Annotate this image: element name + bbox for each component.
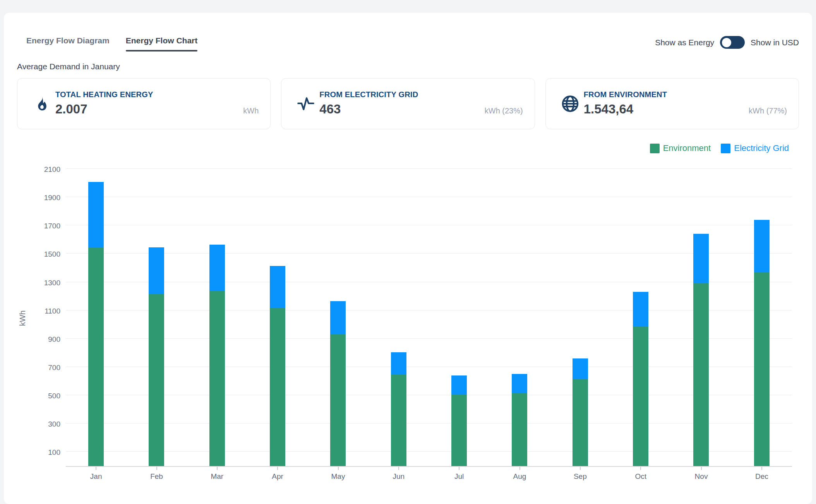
bar-segment-electricity-grid (633, 292, 648, 327)
x-axis-label-jul: Jul (454, 472, 464, 481)
bar-segment-electricity-grid (209, 245, 225, 291)
card-value: 463 (319, 102, 341, 117)
y-tick-label-300: 300 (17, 420, 60, 429)
y-axis-tick-labels: 100300500700900110013001500170019002100 (17, 170, 60, 467)
bar-segment-electricity-grid (270, 266, 285, 309)
tab-energy-flow-chart[interactable]: Energy Flow Chart (126, 36, 198, 51)
tab-energy-flow-diagram[interactable]: Energy Flow Diagram (26, 36, 110, 51)
plot-area: JanFebMarAprMayJunJulAugSepOctNovDec (66, 170, 792, 467)
energy-usd-toggle[interactable] (720, 36, 745, 49)
card-from-environment: FROM ENVIRONMENT 1.543,64 kWh (77%) (545, 78, 799, 129)
toggle-label-energy: Show as Energy (655, 38, 714, 47)
y-tick-label-1100: 1100 (17, 307, 60, 315)
bar-slot-dec (732, 170, 792, 466)
activity-icon (296, 93, 315, 115)
x-tick-may (338, 467, 339, 470)
bar-segment-electricity-grid (693, 234, 709, 283)
toggle-knob (722, 38, 731, 47)
bar-slot-nov (671, 170, 731, 466)
x-axis-label-oct: Oct (635, 472, 646, 481)
bar-slot-may (308, 170, 368, 466)
bar-segment-environment (633, 327, 648, 466)
y-tick-label-100: 100 (17, 448, 60, 457)
y-tick-label-2100: 2100 (17, 165, 60, 174)
legend-item-electricity-grid[interactable]: Electricity Grid (721, 143, 789, 153)
x-axis-label-feb: Feb (150, 472, 163, 481)
x-tick-jun (398, 467, 399, 470)
y-tick-label-1700: 1700 (17, 222, 60, 230)
card-from-electricity-grid: FROM ELECTRICITY GRID 463 kWh (23%) (281, 78, 535, 129)
x-tick-aug (519, 467, 520, 470)
stat-cards: TOTAL HEATING ENERGY 2.007 kWh FROM ELEC… (17, 78, 799, 129)
chart-legend: EnvironmentElectricity Grid (650, 143, 789, 153)
x-axis-label-aug: Aug (513, 472, 526, 481)
bar-segment-environment (754, 272, 770, 466)
gridline-2100 (66, 168, 792, 169)
bar-segment-environment (451, 394, 467, 466)
bar-segment-environment (512, 393, 527, 466)
bar-segment-electricity-grid (88, 182, 104, 247)
x-tick-apr (277, 467, 278, 470)
bar-slot-oct (610, 170, 671, 466)
x-axis-label-jun: Jun (393, 472, 405, 481)
card-value: 2.007 (55, 102, 87, 117)
card-unit: kWh (23%) (485, 106, 523, 115)
bar-segment-environment (693, 283, 709, 466)
bar-segment-electricity-grid (391, 352, 406, 375)
stacked-bar-dec (754, 220, 770, 466)
legend-item-environment[interactable]: Environment (650, 143, 711, 153)
x-tick-mar (217, 467, 218, 470)
card-title: FROM ENVIRONMENT (584, 90, 667, 99)
tab-label: Energy Flow Chart (126, 36, 198, 45)
legend-swatch (650, 144, 660, 153)
bar-segment-environment (391, 375, 406, 466)
card-unit: kWh (77%) (749, 106, 787, 115)
stacked-bar-aug (512, 374, 527, 466)
y-tick-label-1500: 1500 (17, 250, 60, 259)
x-tick-jan (96, 467, 96, 470)
bar-slot-jun (369, 170, 429, 466)
bar-slot-jan (66, 170, 126, 466)
bar-slot-mar (187, 170, 247, 466)
x-tick-jul (459, 467, 459, 470)
bar-segment-environment (88, 247, 104, 466)
bar-segment-environment (149, 294, 164, 466)
toggle-label-usd: Show in USD (751, 38, 799, 47)
section-heading: Average Demand in January (17, 62, 120, 71)
stacked-bar-nov (693, 234, 709, 466)
y-tick-label-900: 900 (17, 335, 60, 344)
unit-toggle-group: Show as Energy Show in USD (655, 36, 799, 49)
x-tick-sep (580, 467, 581, 470)
x-axis-label-nov: Nov (695, 472, 708, 481)
y-tick-label-1900: 1900 (17, 194, 60, 202)
bar-slot-apr (247, 170, 308, 466)
bar-segment-electricity-grid (330, 301, 346, 334)
card-value: 1.543,64 (584, 102, 633, 117)
card-title: FROM ELECTRICITY GRID (319, 90, 418, 99)
x-tick-nov (701, 467, 702, 470)
x-axis-label-apr: Apr (272, 472, 283, 481)
x-axis-label-dec: Dec (755, 472, 768, 481)
legend-label: Electricity Grid (734, 143, 789, 153)
stacked-bar-apr (270, 266, 285, 466)
main-panel: Energy Flow Diagram Energy Flow Chart Sh… (4, 13, 812, 504)
stacked-bar-mar (209, 245, 225, 466)
active-tab-underline (126, 50, 198, 51)
y-tick-label-1300: 1300 (17, 279, 60, 287)
bar-segment-environment (330, 334, 346, 466)
stacked-bar-jul (451, 375, 467, 466)
flame-icon (32, 93, 51, 115)
x-tick-dec (761, 467, 762, 470)
y-tick-label-500: 500 (17, 392, 60, 400)
bar-slot-jul (429, 170, 489, 466)
bar-segment-electricity-grid (512, 374, 527, 393)
x-tick-oct (640, 467, 641, 470)
x-axis-label-jan: Jan (90, 472, 102, 481)
legend-label: Environment (663, 143, 711, 153)
stacked-bar-oct (633, 292, 648, 466)
bar-segment-electricity-grid (573, 358, 588, 379)
card-unit: kWh (243, 106, 259, 115)
bar-slot-feb (126, 170, 187, 466)
bar-segment-environment (573, 379, 588, 466)
bar-slot-sep (550, 170, 610, 466)
